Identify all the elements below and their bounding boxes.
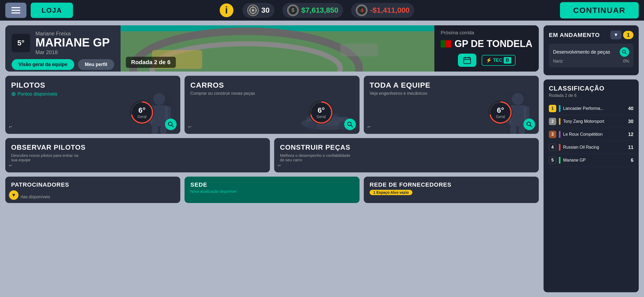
classif-pts-5: 6 xyxy=(631,158,633,163)
hero-card: 5° Mariane Freixa MARIANE GP Mar 2018 Vi… xyxy=(5,25,539,72)
construir-corner: ⌐ xyxy=(278,162,281,169)
next-race-row: GP DE TONDELA xyxy=(441,38,532,49)
construir-pecas-card[interactable]: CONSTRUIR PEÇAS Melhora o desempenho e c… xyxy=(274,138,539,172)
classif-color-3 xyxy=(559,131,560,138)
classificacao-card: CLASSIFICAÇÃO Rodada 2 de 6 1 Lancaster … xyxy=(544,79,639,292)
toda-equipe-rating-label: Geral xyxy=(496,115,505,119)
patrocinadores-card[interactable]: PATROCINADORES ▼ rtas disponíveis xyxy=(5,177,180,203)
rede-fornecedores-badge: 1 Espaço Alvo vazio xyxy=(370,190,412,195)
em-andamento-chevron-button[interactable]: ▼ xyxy=(610,31,622,39)
patrocinadores-expand-button[interactable]: ▼ xyxy=(9,190,19,200)
continuar-button[interactable]: CONTINUAR xyxy=(560,2,639,18)
classif-pos-1: 1 xyxy=(549,105,556,112)
money-icon: $ xyxy=(287,4,299,16)
classif-pos-3: 3 xyxy=(549,131,556,138)
classificacao-subtitle: Rodada 2 de 6 xyxy=(549,93,633,98)
tech-points: 30 xyxy=(261,6,270,15)
classif-team-4: Russian Oil Racing xyxy=(563,145,625,150)
svg-text:-$: -$ xyxy=(360,8,364,13)
observar-pilotos-card[interactable]: OBSERVAR PILOTOS Descubra novos pilotos … xyxy=(5,138,270,172)
pilotos-points: ⊕ Pontos disponíveis xyxy=(11,91,174,97)
em-andamento-header: EM ANDAMENTO ▼ 1 xyxy=(549,31,633,39)
flag-green xyxy=(441,40,445,48)
svg-rect-24 xyxy=(152,126,158,134)
dev-progress-value: 0% xyxy=(623,59,629,64)
tec-class: B xyxy=(504,57,511,64)
svg-rect-25 xyxy=(160,126,167,134)
toda-equipe-rating-num: 6° xyxy=(497,106,504,115)
svg-text:$: $ xyxy=(291,7,294,13)
svg-line-38 xyxy=(351,125,353,127)
classif-color-2 xyxy=(559,118,560,125)
hero-info: 5° Mariane Freixa MARIANE GP Mar 2018 Vi… xyxy=(5,25,121,72)
left-panel: 5° Mariane Freixa MARIANE GP Mar 2018 Vi… xyxy=(5,25,539,292)
main-content: 5° Mariane Freixa MARIANE GP Mar 2018 Vi… xyxy=(0,21,644,297)
sede-title: SEDE xyxy=(190,181,354,188)
info-badge[interactable]: i xyxy=(219,2,234,18)
classif-team-1: Lancaster Performa... xyxy=(563,106,625,111)
classif-pts-2: 30 xyxy=(628,119,633,124)
my-profile-button[interactable]: Meu perfil xyxy=(78,59,114,70)
carros-rating: 6° Geral xyxy=(309,101,333,124)
pilotos-corner: ⌐ xyxy=(9,123,12,130)
dev-item-title: Desenvolvimento de peças xyxy=(553,49,610,55)
svg-line-29 xyxy=(172,125,173,127)
tech-widget: 30 xyxy=(242,3,274,18)
pilotos-card[interactable]: PILOTOS ⊕ Pontos disponíveis xyxy=(5,76,180,134)
toda-equipe-subtitle: Veja engenheiros e mecânicos xyxy=(370,91,533,96)
svg-point-47 xyxy=(527,122,531,126)
classif-color-1 xyxy=(559,105,560,112)
em-andamento-count: 1 xyxy=(623,31,633,39)
classif-row-2: 2 Tony Zang Motorsport 30 xyxy=(549,115,633,128)
classif-row-3: 3 Le Roux Compétition 12 xyxy=(549,128,633,141)
pilotos-rating: 6° Geral xyxy=(130,101,154,124)
tec-badge-label: ⚡ TEC xyxy=(486,57,503,63)
round-label: Rodada 2 de 6 xyxy=(126,57,176,68)
wide-cards-grid: OBSERVAR PILOTOS Descubra novos pilotos … xyxy=(5,138,539,172)
svg-rect-15 xyxy=(340,44,378,56)
toda-equipe-rating: 6° Geral xyxy=(489,101,512,124)
flag-red xyxy=(445,40,451,48)
menu-button[interactable] xyxy=(5,3,26,18)
calendar-button[interactable] xyxy=(458,54,476,67)
svg-rect-44 xyxy=(519,126,525,134)
hero-text: Mariane Freixa MARIANE GP Mar 2018 xyxy=(35,31,110,55)
svg-rect-16 xyxy=(464,58,471,64)
classif-pts-1: 40 xyxy=(628,106,633,111)
loja-button[interactable]: LOJA xyxy=(31,3,73,18)
toda-equipe-search-button[interactable] xyxy=(523,119,535,130)
classif-row-1: 1 Lancaster Performa... 40 xyxy=(549,102,633,115)
bottom-cards-grid: PATROCINADORES ▼ rtas disponíveis SEDE N… xyxy=(5,177,539,203)
carros-card[interactable]: CARROS Comprar ou construir novas peças … xyxy=(185,76,360,134)
classif-team-5: Mariane GP xyxy=(563,158,628,163)
dev-item: Desenvolvimento de peças Nariz 0% xyxy=(549,44,633,67)
em-andamento-controls: ▼ 1 xyxy=(610,31,633,39)
spend-icon: -$ xyxy=(356,4,367,16)
classif-team-2: Tony Zang Motorsport xyxy=(563,119,625,124)
toda-equipe-card[interactable]: TODA A EQUIPE Veja engenheiros e mecânic… xyxy=(364,76,539,134)
spend-value: -$1,411,000 xyxy=(370,6,410,15)
hero-buttons: Visão geral da equipe Meu perfil xyxy=(12,59,114,70)
rede-fornecedores-card[interactable]: REDE DE FORNECEDORES 1 Espaço Alvo vazio xyxy=(364,177,539,203)
tech-icon xyxy=(247,4,259,16)
hero-next-race: Próxima corrida GP DE TONDELA xyxy=(434,25,539,72)
hero-team-name: MARIANE GP xyxy=(35,37,110,48)
pilotos-search-button[interactable] xyxy=(165,119,177,130)
dev-search-button[interactable] xyxy=(620,47,629,57)
carros-title: CARROS xyxy=(190,81,354,89)
observar-corner: ⌐ xyxy=(9,162,12,169)
money-value: $7,613,850 xyxy=(301,6,338,15)
classif-pts-4: 11 xyxy=(628,145,633,150)
dev-progress-label: Nariz xyxy=(553,59,563,64)
carros-search-button[interactable] xyxy=(344,119,356,130)
svg-point-49 xyxy=(623,50,625,53)
carros-rating-label: Geral xyxy=(317,115,326,119)
svg-line-48 xyxy=(530,125,532,127)
topbar-center: i 30 $ $7,613,850 xyxy=(77,2,556,18)
svg-point-37 xyxy=(348,122,351,126)
sede-card[interactable]: SEDE Nova atualização disponível xyxy=(185,177,360,203)
next-race-footer: ⚡ TEC B xyxy=(458,54,516,67)
cards-grid: PILOTOS ⊕ Pontos disponíveis xyxy=(5,76,539,134)
team-overview-button[interactable]: Visão geral da equipe xyxy=(12,59,74,70)
topbar: LOJA i 30 $ xyxy=(0,0,644,21)
